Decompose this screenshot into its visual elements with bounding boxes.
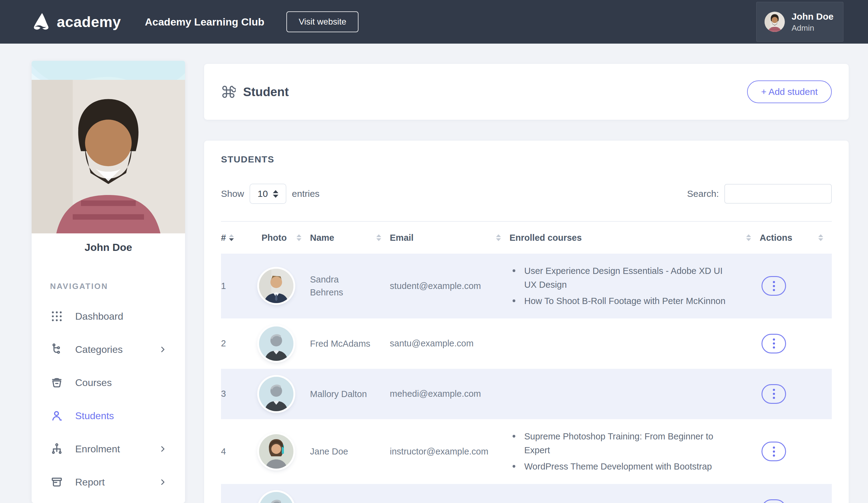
row-actions-button[interactable] (762, 499, 786, 503)
student-table-row: 2 Fred McAdams santu@example.com (221, 318, 832, 369)
column-header-enrolled-courses[interactable]: Enrolled courses (509, 222, 760, 254)
row-number: 4 (221, 419, 242, 484)
row-number: 1 (221, 254, 242, 318)
enrolment-hierarchy-icon (50, 442, 63, 456)
brand-name: academy (57, 13, 121, 30)
report-archive-icon (50, 475, 63, 489)
sidebar-user-avatar (32, 80, 185, 233)
sort-arrows-icon (496, 234, 501, 241)
search-label: Search: (687, 188, 719, 199)
sidebar-item-report[interactable]: Report (50, 465, 167, 499)
header-user-name: John Doe (792, 11, 834, 22)
brand-logo[interactable]: academy (32, 12, 121, 32)
sidebar-profile: John Doe (32, 61, 185, 253)
sidebar-nav: Dashboard Categories Courses Students En… (50, 300, 167, 503)
row-number: 5 (221, 484, 242, 503)
categories-tree-icon (50, 343, 63, 356)
student-email: westlife@example.com (390, 484, 509, 503)
student-email: instructor@example.com (390, 419, 509, 484)
sidebar-item-dashboard[interactable]: Dashboard (50, 300, 167, 333)
command-icon (221, 84, 236, 99)
column-header-name[interactable]: Name (310, 222, 390, 254)
sidebar-item-message[interactable]: Message (50, 499, 167, 503)
sort-arrows-icon (746, 234, 751, 241)
academy-logo-icon (32, 12, 52, 32)
page-title: Student (243, 85, 289, 99)
student-name: Fred McAdams (310, 318, 390, 369)
row-actions-button[interactable] (762, 276, 786, 296)
students-card: STUDENTS Show 10 entries Search: #PhotoN… (204, 141, 849, 503)
column-header-actions[interactable]: Actions (760, 222, 832, 254)
add-student-button[interactable]: + Add student (747, 81, 832, 103)
sidebar-item-enrolment[interactable]: Enrolment (50, 432, 167, 465)
column-header-email[interactable]: Email (390, 222, 509, 254)
student-email: student@example.com (390, 254, 509, 318)
photo-placeholder (259, 492, 293, 503)
column-header-[interactable]: # (221, 222, 242, 254)
visit-website-button[interactable]: Visit website (286, 11, 359, 32)
student-email: mehedi@example.com (390, 369, 509, 419)
navigation-caption: NAVIGATION (50, 281, 167, 291)
sidebar-item-courses[interactable]: Courses (50, 366, 167, 399)
row-actions-button[interactable] (762, 334, 786, 353)
students-user-icon (50, 409, 63, 422)
dashboard-grid-icon (50, 309, 63, 323)
select-arrows-icon (273, 190, 278, 198)
row-number: 2 (221, 318, 242, 369)
student-table-row: 1 Sandra Behrens student@example.com Use… (221, 254, 832, 318)
student-table-row: 4 Jane Doe instructor@example.com Suprem… (221, 419, 832, 484)
row-actions-button[interactable] (762, 384, 786, 404)
top-header: academy Academy Learning Club Visit webs… (0, 0, 868, 44)
sort-arrows-icon (376, 234, 381, 241)
sidebar-item-categories[interactable]: Categories (50, 333, 167, 366)
show-label: Show (221, 188, 244, 199)
student-name: Sandra Behrens (310, 254, 390, 318)
student-name: Jane Doe (310, 419, 390, 484)
photo-man-suit (259, 269, 293, 303)
column-header-photo[interactable]: Photo (242, 222, 310, 254)
student-name: Mallory Dalton (310, 369, 390, 419)
photo-placeholder (259, 326, 293, 361)
students-card-title: STUDENTS (221, 141, 832, 165)
entries-selected-value: 10 (258, 188, 268, 199)
enrolled-courses-list: Supreme Photoshop Training: From Beginne… (509, 430, 735, 473)
sidebar-user-name: John Doe (32, 242, 185, 253)
entries-select[interactable]: 10 (249, 184, 286, 204)
site-title: Academy Learning Club (145, 16, 264, 28)
header-user-menu[interactable]: John Doe Admin (756, 2, 844, 42)
student-table-row: 3 Mallory Dalton mehedi@example.com (221, 369, 832, 419)
student-table-row: 5 Brandi Forman westlife@example.com (221, 484, 832, 503)
table-controls: Show 10 entries Search: (221, 184, 832, 204)
entries-label: entries (292, 188, 320, 199)
sidebar: John Doe NAVIGATION Dashboard Categories… (32, 61, 185, 503)
enrolled-course: Supreme Photoshop Training: From Beginne… (509, 430, 735, 457)
courses-basket-icon (50, 376, 63, 389)
photo-placeholder (259, 377, 293, 411)
sort-arrows-icon (229, 234, 234, 241)
sort-arrows-icon (818, 234, 823, 241)
header-user-role: Admin (792, 23, 834, 33)
students-table: #PhotoNameEmailEnrolled coursesActions 1… (221, 222, 832, 503)
page-title-card: Student + Add student (204, 64, 849, 120)
enrolled-course: User Experience Design Essentials - Adob… (509, 264, 735, 292)
header-user-avatar (765, 12, 785, 32)
sidebar-item-students[interactable]: Students (50, 399, 167, 432)
search-input[interactable] (724, 184, 832, 204)
student-name: Brandi Forman (310, 484, 390, 503)
student-email: santu@example.com (390, 318, 509, 369)
sort-arrows-icon (297, 234, 301, 241)
enrolled-course: How To Shoot B-Roll Footage with Peter M… (509, 294, 735, 308)
row-number: 3 (221, 369, 242, 419)
chevron-right-icon (159, 478, 167, 486)
enrolled-courses-list: User Experience Design Essentials - Adob… (509, 264, 735, 308)
enrolled-course: WordPress Theme Development with Bootstr… (509, 460, 735, 473)
photo-woman (259, 434, 293, 469)
chevron-right-icon (159, 445, 167, 453)
chevron-right-icon (159, 346, 167, 353)
row-actions-button[interactable] (762, 442, 786, 461)
